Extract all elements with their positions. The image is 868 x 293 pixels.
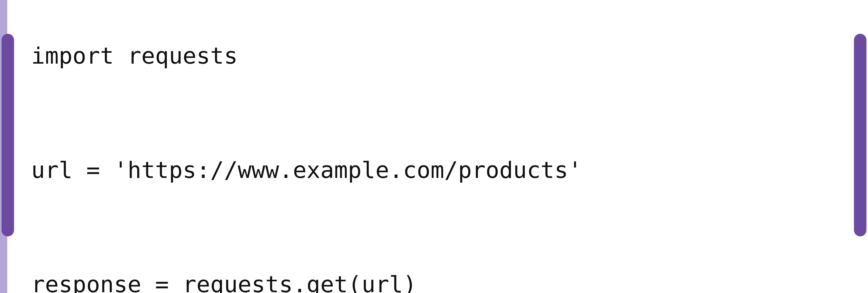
code-line-1: import requests xyxy=(31,41,837,70)
code-line-3: url = 'https://www.example.com/products' xyxy=(31,156,837,185)
code-line-4 xyxy=(31,213,837,241)
code-line-5: response = requests.get(url) xyxy=(31,270,837,293)
code-line-2 xyxy=(31,99,837,127)
code-snippet: import requests url = 'https://www.examp… xyxy=(31,13,837,293)
left-scrollbar-thumb[interactable] xyxy=(2,34,14,236)
right-scrollbar-thumb[interactable] xyxy=(854,34,866,236)
